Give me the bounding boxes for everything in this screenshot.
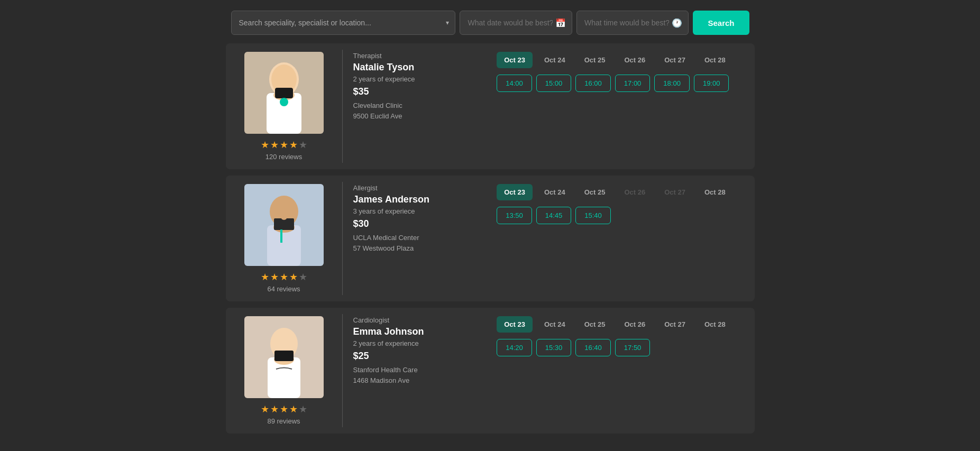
doctor-price: $30 (353, 218, 478, 229)
doctor-clinic: Cleveland Clinic9500 Euclid Ave (353, 100, 478, 121)
doctor-name: James Anderson (353, 194, 478, 205)
doctor-specialty: Therapist (353, 52, 478, 60)
star-filled: ★ (289, 271, 298, 283)
time-slot[interactable]: 14:20 (497, 339, 532, 356)
doctor-photo (244, 52, 324, 134)
doctor-experience: 3 years of experiece (353, 207, 478, 215)
reviews-count: 89 reviews (267, 417, 300, 425)
svg-rect-11 (274, 218, 294, 230)
time-slot[interactable]: 15:00 (536, 75, 572, 92)
time-slot[interactable]: 17:00 (615, 75, 651, 92)
date-tab[interactable]: Oct 25 (577, 184, 613, 200)
date-input-wrapper: 📅 (460, 11, 572, 35)
time-slot[interactable]: 19:00 (694, 75, 729, 92)
doctor-card: ★★★★★ 89 reviews Cardiologist Emma Johns… (226, 308, 755, 434)
date-tab[interactable]: Oct 26 (617, 316, 653, 333)
time-input-wrapper: 🕐 (576, 11, 689, 35)
star-filled: ★ (270, 139, 279, 151)
svg-point-6 (280, 98, 288, 106)
doctor-specialty: Cardiologist (353, 316, 478, 324)
star-filled: ★ (289, 403, 298, 415)
doctor-card: ★★★★★ 64 reviews Allergist James Anderso… (226, 176, 755, 301)
doctor-card: ★★★★★ 120 reviews Therapist Natalie Tyso… (226, 43, 755, 169)
time-slot[interactable]: 13:50 (497, 207, 532, 224)
time-slot[interactable]: 18:00 (654, 75, 690, 92)
time-slots: 14:0015:0016:0017:0018:0019:00 (497, 75, 746, 92)
svg-rect-18 (274, 351, 294, 361)
date-tab: Oct 27 (657, 184, 693, 200)
stars: ★★★★★ (261, 403, 307, 415)
date-tab[interactable]: Oct 26 (617, 52, 653, 68)
doctors-list: ★★★★★ 120 reviews Therapist Natalie Tyso… (226, 43, 755, 434)
date-tab[interactable]: Oct 25 (577, 52, 613, 68)
specialty-select-wrapper: Search speciality, specialist or locatio… (231, 11, 456, 35)
card-left: ★★★★★ 120 reviews (226, 43, 342, 169)
star-filled: ★ (280, 271, 288, 283)
star-filled: ★ (261, 403, 269, 415)
time-slot[interactable]: 15:30 (536, 339, 572, 356)
page-wrapper: Search speciality, specialist or locatio… (226, 0, 755, 450)
star-empty: ★ (299, 139, 307, 151)
date-tab[interactable]: Oct 23 (497, 316, 533, 333)
star-filled: ★ (270, 403, 279, 415)
time-slot[interactable]: 14:00 (497, 75, 532, 92)
star-filled: ★ (270, 271, 279, 283)
time-slot[interactable]: 16:40 (575, 339, 611, 356)
doctor-experience: 2 years of experience (353, 339, 478, 347)
date-tab[interactable]: Oct 24 (537, 52, 573, 68)
doctor-price: $25 (353, 351, 478, 362)
star-filled: ★ (261, 271, 269, 283)
card-left: ★★★★★ 64 reviews (226, 176, 342, 301)
star-filled: ★ (261, 139, 269, 151)
star-filled: ★ (280, 139, 288, 151)
doctor-clinic: UCLA Medical Center57 Westwood Plaza (353, 233, 478, 253)
search-button[interactable]: Search (693, 11, 749, 35)
search-bar: Search speciality, specialist or locatio… (226, 11, 755, 35)
date-tab[interactable]: Oct 28 (697, 52, 733, 68)
time-slot[interactable]: 15:40 (575, 207, 611, 224)
doctor-specialty: Allergist (353, 184, 478, 192)
doctor-experience: 2 years of experiece (353, 75, 478, 83)
doctor-photo (244, 184, 324, 266)
date-tab[interactable]: Oct 23 (497, 52, 533, 68)
star-filled: ★ (280, 403, 288, 415)
card-availability: Oct 23Oct 24Oct 25Oct 26Oct 27Oct 28 14:… (488, 308, 754, 434)
date-tab[interactable]: Oct 25 (577, 316, 613, 333)
doctor-name: Natalie Tyson (353, 62, 478, 73)
date-tab[interactable]: Oct 27 (657, 52, 693, 68)
date-tab[interactable]: Oct 27 (657, 316, 693, 333)
date-input[interactable] (460, 11, 572, 35)
date-tab[interactable]: Oct 24 (537, 316, 573, 333)
date-tab[interactable]: Oct 24 (537, 184, 573, 200)
card-availability: Oct 23Oct 24Oct 25Oct 26Oct 27Oct 28 13:… (488, 176, 754, 301)
specialty-select[interactable]: Search speciality, specialist or locatio… (231, 11, 456, 35)
time-input[interactable] (576, 11, 689, 35)
star-filled: ★ (289, 139, 298, 151)
svg-point-13 (281, 214, 287, 220)
card-info: Allergist James Anderson 3 years of expe… (343, 176, 489, 301)
date-tabs: Oct 23Oct 24Oct 25Oct 26Oct 27Oct 28 (497, 316, 746, 333)
svg-rect-5 (275, 88, 293, 98)
card-availability: Oct 23Oct 24Oct 25Oct 26Oct 27Oct 28 14:… (488, 43, 754, 169)
date-tab[interactable]: Oct 23 (497, 184, 533, 200)
time-slots: 13:5014:4515:40 (497, 207, 746, 224)
stars: ★★★★★ (261, 271, 307, 283)
svg-rect-12 (280, 229, 282, 243)
time-slot[interactable]: 14:45 (536, 207, 572, 224)
doctor-photo (244, 316, 324, 398)
card-left: ★★★★★ 89 reviews (226, 308, 342, 434)
reviews-count: 64 reviews (267, 285, 300, 293)
date-tab[interactable]: Oct 28 (697, 184, 733, 200)
date-tabs: Oct 23Oct 24Oct 25Oct 26Oct 27Oct 28 (497, 52, 746, 68)
time-slots: 14:2015:3016:4017:50 (497, 339, 746, 356)
time-slot[interactable]: 16:00 (575, 75, 611, 92)
doctor-clinic: Stanford Health Care1468 Madison Ave (353, 365, 478, 385)
doctor-price: $35 (353, 86, 478, 97)
date-tab[interactable]: Oct 28 (697, 316, 733, 333)
stars: ★★★★★ (261, 139, 307, 151)
star-empty: ★ (299, 271, 307, 283)
doctor-name: Emma Johnson (353, 326, 478, 337)
star-empty: ★ (299, 403, 307, 415)
time-slot[interactable]: 17:50 (615, 339, 651, 356)
card-info: Cardiologist Emma Johnson 2 years of exp… (343, 308, 489, 434)
